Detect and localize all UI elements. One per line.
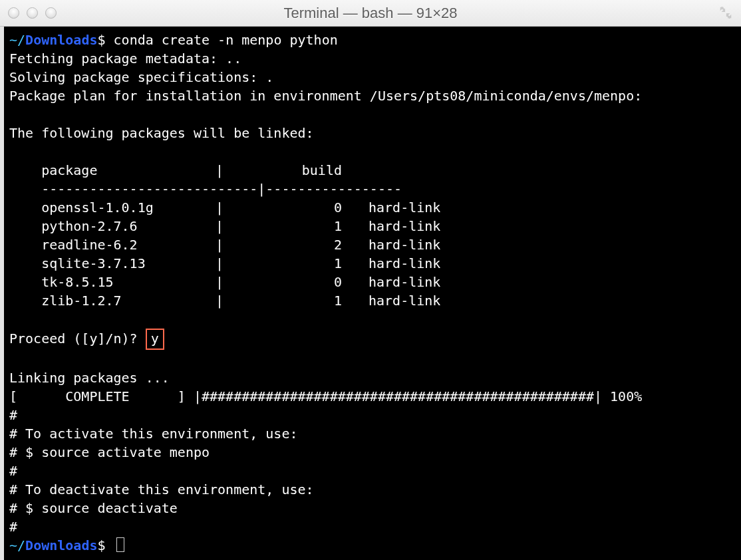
window-title: Terminal — bash — 91×28 [0,5,741,22]
prompt-sep: $ [97,32,113,48]
output-line: # To deactivate this environment, use: [9,482,314,497]
prompt-sep: $ [97,537,113,553]
minimize-button[interactable] [27,7,38,19]
output-line: Fetching package metadata: .. [9,51,241,67]
output-line: Package plan for installation in environ… [9,88,642,104]
table-row: zlib-1.2.7|1hard-link [9,293,440,309]
prompt-line: ~/Downloads$ conda create -n menpo pytho… [9,32,338,48]
output-line: # $ source activate menpo [9,444,210,460]
prompt-dir: Downloads [25,32,97,48]
table-row: readline-6.2|2hard-link [9,237,440,253]
output-line: # $ source deactivate [9,500,178,516]
prompt-dir: Downloads [25,537,97,553]
zoom-button[interactable] [45,7,57,19]
table-row: sqlite-3.7.13|1hard-link [9,255,440,271]
fullscreen-icon[interactable] [718,5,733,20]
table-row: python-2.7.6|1hard-link [9,218,440,234]
table-row: openssl-1.0.1g|0hard-link [9,200,440,215]
output-line: # [9,519,17,535]
progress-bar: [ COMPLETE ] |##########################… [9,388,642,404]
table-header: package|build [9,162,342,178]
output-line: # [9,463,17,479]
prompt-home: ~/ [9,32,25,48]
proceed-prompt: Proceed ([y]/n)? y [9,331,164,347]
close-button[interactable] [8,7,19,19]
command-text: conda create -n menpo python [114,32,338,48]
proceed-answer: y [146,329,164,350]
prompt-line: ~/Downloads$ [9,537,124,553]
table-rule: ---------------------------|------------… [9,181,402,197]
traffic-lights [8,7,57,19]
output-line: The following packages will be linked: [9,125,314,141]
output-line: Solving package specifications: . [9,69,273,85]
prompt-home: ~/ [9,537,25,553]
cursor-icon [116,537,124,552]
output-line: # To activate this environment, use: [9,426,297,442]
table-row: tk-8.5.15|0hard-link [9,274,440,290]
window-titlebar[interactable]: Terminal — bash — 91×28 [0,0,741,27]
output-line: # [9,407,17,423]
terminal-content[interactable]: ~/Downloads$ conda create -n menpo pytho… [0,27,741,560]
output-line: Linking packages ... [9,370,170,386]
